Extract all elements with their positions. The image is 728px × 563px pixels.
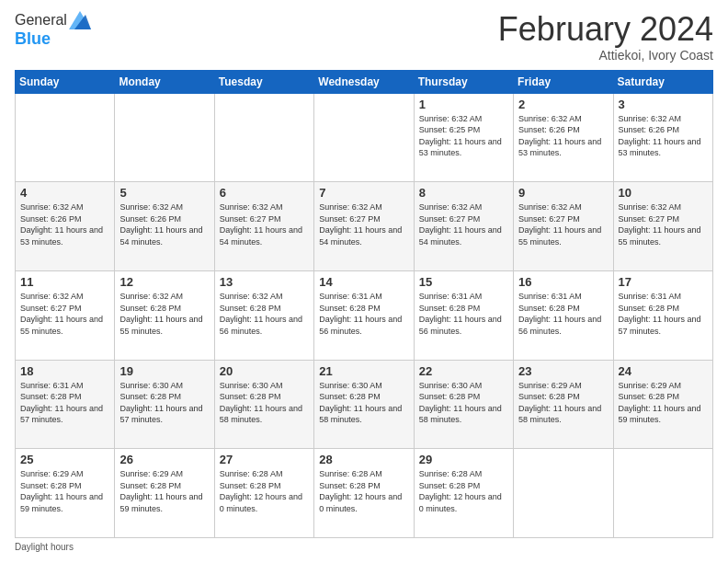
day-info: Sunrise: 6:32 AMSunset: 6:28 PMDaylight:… (119, 291, 209, 337)
day-info: Sunrise: 6:30 AMSunset: 6:28 PMDaylight:… (119, 380, 209, 426)
calendar-cell: 11Sunrise: 6:32 AMSunset: 6:27 PMDayligh… (16, 270, 115, 360)
calendar-cell: 13Sunrise: 6:32 AMSunset: 6:28 PMDayligh… (214, 270, 313, 360)
calendar-cell: 15Sunrise: 6:31 AMSunset: 6:28 PMDayligh… (414, 270, 513, 360)
day-info: Sunrise: 6:29 AMSunset: 6:28 PMDaylight:… (619, 380, 708, 426)
day-number: 6 (220, 186, 309, 200)
day-number: 13 (220, 275, 309, 289)
calendar-cell: 6Sunrise: 6:32 AMSunset: 6:27 PMDaylight… (214, 182, 313, 271)
calendar-cell: 4Sunrise: 6:32 AMSunset: 6:26 PMDaylight… (16, 182, 115, 271)
logo-general-text: General (15, 12, 67, 29)
day-info: Sunrise: 6:30 AMSunset: 6:28 PMDaylight:… (220, 380, 309, 426)
day-number: 20 (220, 364, 309, 378)
day-number: 23 (518, 364, 608, 378)
day-info: Sunrise: 6:31 AMSunset: 6:28 PMDaylight:… (518, 291, 608, 337)
calendar-cell: 3Sunrise: 6:32 AMSunset: 6:26 PMDaylight… (613, 93, 712, 182)
calendar-cell: 12Sunrise: 6:32 AMSunset: 6:28 PMDayligh… (115, 270, 214, 360)
calendar-cell: 14Sunrise: 6:31 AMSunset: 6:28 PMDayligh… (314, 270, 414, 360)
weekday-header-row: SundayMondayTuesdayWednesdayThursdayFrid… (16, 70, 713, 93)
day-number: 18 (20, 364, 109, 378)
calendar-cell: 28Sunrise: 6:28 AMSunset: 6:28 PMDayligh… (314, 449, 414, 538)
weekday-header-sunday: Sunday (16, 70, 115, 93)
day-info: Sunrise: 6:32 AMSunset: 6:25 PMDaylight:… (419, 113, 508, 159)
day-info: Sunrise: 6:28 AMSunset: 6:28 PMDaylight:… (220, 468, 309, 514)
calendar-cell: 10Sunrise: 6:32 AMSunset: 6:27 PMDayligh… (613, 182, 712, 271)
day-info: Sunrise: 6:32 AMSunset: 6:27 PMDaylight:… (619, 201, 708, 247)
calendar-cell: 18Sunrise: 6:31 AMSunset: 6:28 PMDayligh… (16, 360, 115, 449)
calendar-cell: 25Sunrise: 6:29 AMSunset: 6:28 PMDayligh… (16, 449, 115, 538)
day-info: Sunrise: 6:29 AMSunset: 6:28 PMDaylight:… (20, 468, 109, 514)
logo-icon (69, 11, 91, 29)
day-info: Sunrise: 6:32 AMSunset: 6:27 PMDaylight:… (518, 201, 608, 247)
day-info: Sunrise: 6:32 AMSunset: 6:26 PMDaylight:… (119, 201, 209, 247)
day-info: Sunrise: 6:29 AMSunset: 6:28 PMDaylight:… (119, 468, 209, 514)
week-row-3: 11Sunrise: 6:32 AMSunset: 6:27 PMDayligh… (16, 270, 713, 360)
week-row-5: 25Sunrise: 6:29 AMSunset: 6:28 PMDayligh… (16, 449, 713, 538)
day-info: Sunrise: 6:32 AMSunset: 6:27 PMDaylight:… (20, 291, 109, 337)
weekday-header-saturday: Saturday (613, 70, 712, 93)
page-header: General Blue February 2024 Attiekoi, Ivo… (15, 11, 713, 63)
day-number: 24 (619, 364, 708, 378)
day-info: Sunrise: 6:30 AMSunset: 6:28 PMDaylight:… (319, 380, 408, 426)
day-number: 28 (319, 453, 408, 466)
calendar-cell (514, 449, 613, 538)
week-row-1: 1Sunrise: 6:32 AMSunset: 6:25 PMDaylight… (16, 93, 713, 182)
day-number: 16 (518, 275, 608, 289)
day-number: 1 (419, 98, 508, 111)
day-number: 4 (20, 186, 109, 200)
calendar-cell: 1Sunrise: 6:32 AMSunset: 6:25 PMDaylight… (414, 93, 513, 182)
logo: General Blue (15, 11, 91, 49)
day-info: Sunrise: 6:32 AMSunset: 6:26 PMDaylight:… (20, 201, 109, 247)
calendar-cell: 19Sunrise: 6:30 AMSunset: 6:28 PMDayligh… (115, 360, 214, 449)
day-number: 19 (119, 364, 209, 378)
day-info: Sunrise: 6:30 AMSunset: 6:28 PMDaylight:… (419, 380, 508, 426)
day-number: 14 (319, 275, 408, 289)
day-number: 7 (319, 186, 408, 200)
calendar-cell (115, 93, 214, 182)
day-info: Sunrise: 6:31 AMSunset: 6:28 PMDaylight:… (319, 291, 408, 337)
day-number: 10 (619, 186, 708, 200)
calendar-cell: 27Sunrise: 6:28 AMSunset: 6:28 PMDayligh… (214, 449, 313, 538)
day-number: 29 (419, 453, 508, 466)
title-block: February 2024 Attiekoi, Ivory Coast (498, 11, 713, 63)
calendar-cell: 16Sunrise: 6:31 AMSunset: 6:28 PMDayligh… (514, 270, 613, 360)
calendar-cell: 20Sunrise: 6:30 AMSunset: 6:28 PMDayligh… (214, 360, 313, 449)
weekday-header-friday: Friday (514, 70, 613, 93)
calendar-cell (214, 93, 313, 182)
day-info: Sunrise: 6:31 AMSunset: 6:28 PMDaylight:… (20, 380, 109, 426)
calendar-cell (16, 93, 115, 182)
day-info: Sunrise: 6:31 AMSunset: 6:28 PMDaylight:… (419, 291, 508, 337)
calendar-cell: 26Sunrise: 6:29 AMSunset: 6:28 PMDayligh… (115, 449, 214, 538)
weekday-header-wednesday: Wednesday (314, 70, 414, 93)
day-info: Sunrise: 6:32 AMSunset: 6:26 PMDaylight:… (518, 113, 608, 159)
location-subtitle: Attiekoi, Ivory Coast (498, 48, 713, 63)
calendar-cell: 17Sunrise: 6:31 AMSunset: 6:28 PMDayligh… (613, 270, 712, 360)
calendar-cell (613, 449, 712, 538)
calendar-table: SundayMondayTuesdayWednesdayThursdayFrid… (15, 70, 713, 538)
day-number: 5 (119, 186, 209, 200)
day-number: 2 (518, 98, 608, 111)
day-info: Sunrise: 6:31 AMSunset: 6:28 PMDaylight:… (619, 291, 708, 337)
calendar-cell: 5Sunrise: 6:32 AMSunset: 6:26 PMDaylight… (115, 182, 214, 271)
day-number: 15 (419, 275, 508, 289)
day-number: 22 (419, 364, 508, 378)
calendar-cell: 24Sunrise: 6:29 AMSunset: 6:28 PMDayligh… (613, 360, 712, 449)
day-info: Sunrise: 6:32 AMSunset: 6:27 PMDaylight:… (419, 201, 508, 247)
day-info: Sunrise: 6:32 AMSunset: 6:27 PMDaylight:… (319, 201, 408, 247)
day-number: 17 (619, 275, 708, 289)
day-info: Sunrise: 6:32 AMSunset: 6:26 PMDaylight:… (619, 113, 708, 159)
day-number: 26 (119, 453, 209, 466)
day-number: 27 (220, 453, 309, 466)
day-info: Sunrise: 6:32 AMSunset: 6:27 PMDaylight:… (220, 201, 309, 247)
day-number: 21 (319, 364, 408, 378)
day-number: 3 (619, 98, 708, 111)
month-title: February 2024 (498, 11, 713, 48)
weekday-header-tuesday: Tuesday (214, 70, 313, 93)
calendar-cell: 29Sunrise: 6:28 AMSunset: 6:28 PMDayligh… (414, 449, 513, 538)
calendar-cell: 7Sunrise: 6:32 AMSunset: 6:27 PMDaylight… (314, 182, 414, 271)
calendar-cell: 8Sunrise: 6:32 AMSunset: 6:27 PMDaylight… (414, 182, 513, 271)
day-info: Sunrise: 6:29 AMSunset: 6:28 PMDaylight:… (518, 380, 608, 426)
calendar-cell: 9Sunrise: 6:32 AMSunset: 6:27 PMDaylight… (514, 182, 613, 271)
day-info: Sunrise: 6:28 AMSunset: 6:28 PMDaylight:… (319, 468, 408, 514)
week-row-4: 18Sunrise: 6:31 AMSunset: 6:28 PMDayligh… (16, 360, 713, 449)
day-number: 9 (518, 186, 608, 200)
